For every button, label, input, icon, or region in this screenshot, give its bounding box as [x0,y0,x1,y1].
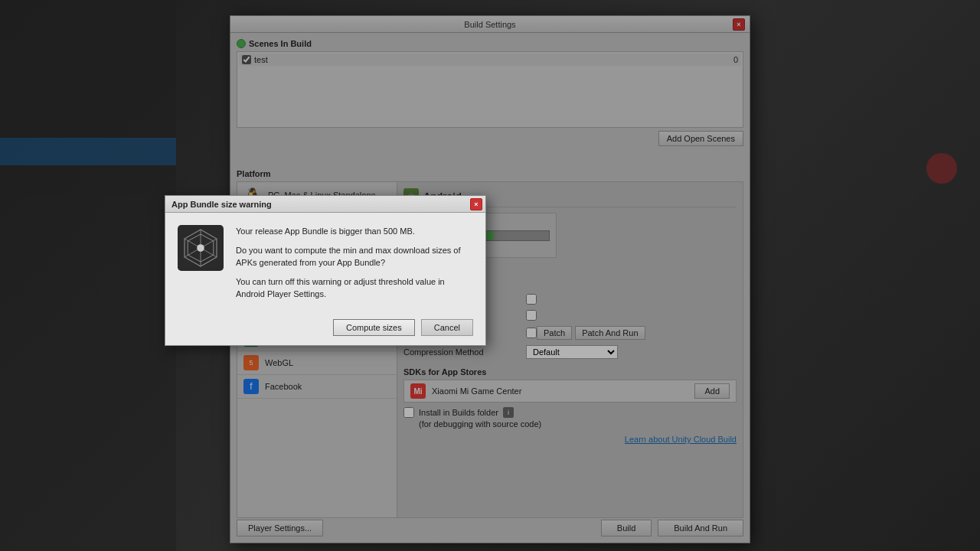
dialog-message2: Do you want to compute the min and max d… [236,244,473,269]
dialog-icon-area [178,225,224,301]
dialog-overlay [0,0,980,551]
dialog-footer: Compute sizes Cancel [165,313,485,345]
dialog-text-area: Your release App Bundle is bigger than 5… [236,225,473,301]
dialog-message1: Your release App Bundle is bigger than 5… [236,225,473,238]
cancel-button[interactable]: Cancel [421,319,473,336]
dialog-body: Your release App Bundle is bigger than 5… [165,213,485,313]
dialog-message3: You can turn off this warning or adjust … [236,276,473,301]
app-bundle-warning-dialog: App Bundle size warning × Your release A… [165,195,486,346]
dialog-close-button[interactable]: × [470,198,482,210]
svg-point-6 [197,244,204,252]
dialog-title: App Bundle size warning [172,200,272,209]
unity-logo-icon [178,225,224,271]
dialog-titlebar: App Bundle size warning × [165,196,485,213]
compute-sizes-button[interactable]: Compute sizes [333,319,415,336]
